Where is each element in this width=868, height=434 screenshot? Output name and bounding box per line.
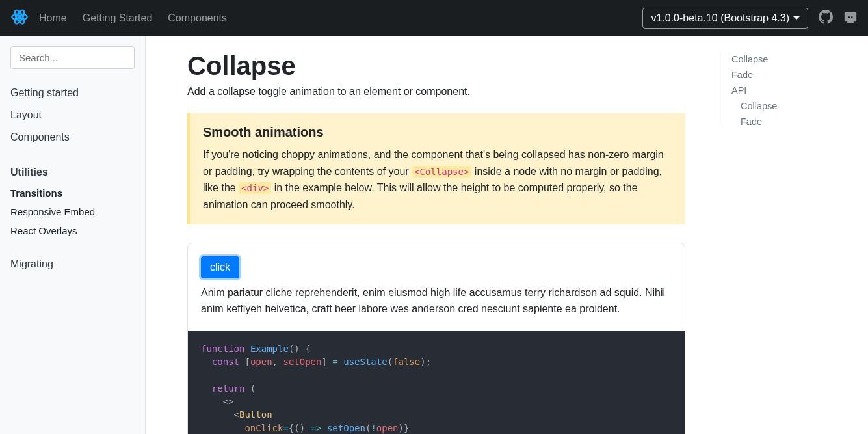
code-token: < — [234, 409, 239, 420]
code-div-tag: <div> — [239, 182, 271, 194]
code-token: = — [332, 357, 337, 367]
nav-getting-started[interactable]: Getting Started — [83, 12, 153, 24]
sidebar-components[interactable]: Components — [10, 126, 135, 148]
toc-collapse[interactable]: Collapse — [722, 51, 824, 67]
code-token: open — [376, 423, 399, 433]
toc-api-fade[interactable]: Fade — [722, 114, 824, 129]
toc-fade[interactable]: Fade — [722, 67, 824, 83]
logo-icon[interactable] — [10, 8, 29, 29]
toc-api[interactable]: API — [722, 83, 824, 98]
sidebar-responsive-embed[interactable]: Responsive Embed — [10, 202, 135, 221]
code-token: () — [294, 423, 310, 433]
sidebar: Getting started Layout Components Utilit… — [0, 36, 146, 434]
page-title: Collapse — [187, 51, 685, 81]
code-token: ( — [388, 357, 393, 367]
nav-home[interactable]: Home — [39, 12, 67, 24]
code-token: ] — [321, 357, 332, 367]
github-icon[interactable] — [819, 10, 833, 27]
callout-note: Smooth animations If you're noticing cho… — [187, 113, 685, 224]
code-collapse-tag: <Collapse> — [412, 166, 471, 178]
sidebar-react-overlays[interactable]: React Overlays — [10, 221, 135, 240]
chevron-down-icon — [793, 16, 800, 20]
code-token: setOpen — [283, 357, 321, 367]
code-token: ! — [371, 423, 376, 433]
code-token — [321, 423, 326, 433]
sidebar-migrating[interactable]: Migrating — [10, 253, 135, 275]
code-token: , — [272, 357, 283, 367]
toc: Collapse Fade API Collapse Fade — [711, 36, 835, 434]
example-card: click Anim pariatur cliche reprehenderit… — [187, 243, 685, 434]
sidebar-transitions[interactable]: Transitions — [10, 183, 135, 202]
search-input[interactable] — [10, 46, 135, 69]
code-token: setOpen — [327, 423, 365, 433]
code-token: Example — [250, 344, 289, 354]
code-token: ) — [399, 423, 404, 433]
code-token: } — [404, 423, 409, 433]
code-token: ); — [420, 357, 431, 367]
main-content: Collapse Add a collapse toggle animation… — [146, 36, 711, 434]
nav-components[interactable]: Components — [168, 12, 227, 24]
code-token: false — [393, 357, 420, 367]
version-label: v1.0.0-beta.10 (Bootstrap 4.3) — [651, 12, 789, 24]
note-title: Smooth animations — [203, 125, 672, 140]
code-block: function Example() { const [open, setOpe… — [188, 331, 685, 434]
code-token: onClick — [244, 423, 283, 433]
code-token: useState — [343, 357, 387, 367]
code-token: open — [250, 357, 272, 367]
example-collapse-text: Anim pariatur cliche reprehenderit, enim… — [201, 285, 672, 318]
code-token — [338, 357, 343, 367]
discord-icon[interactable] — [843, 10, 858, 27]
page-lead: Add a collapse toggle animation to an el… — [187, 86, 685, 98]
code-token: Button — [239, 409, 272, 420]
sidebar-layout[interactable]: Layout — [10, 104, 135, 126]
code-token: = — [283, 423, 288, 433]
svg-point-0 — [18, 15, 21, 18]
code-token: [ — [239, 357, 250, 367]
nav-links: Home Getting Started Components — [39, 12, 227, 24]
sidebar-section-utilities: Utilities — [10, 161, 135, 183]
code-token: const — [212, 357, 239, 367]
code-token: ( — [244, 383, 256, 394]
sidebar-getting-started[interactable]: Getting started — [10, 82, 135, 104]
version-dropdown[interactable]: v1.0.0-beta.10 (Bootstrap 4.3) — [642, 8, 808, 29]
example-toggle-button[interactable]: click — [201, 256, 239, 278]
note-body: If you're noticing choppy animations, an… — [203, 146, 672, 213]
code-token: () { — [289, 344, 311, 354]
code-token: => — [311, 423, 322, 433]
code-token: return — [212, 383, 245, 394]
code-token: function — [201, 344, 244, 354]
code-token: <> — [223, 396, 234, 407]
top-navbar: Home Getting Started Components v1.0.0-b… — [0, 0, 868, 36]
toc-api-collapse[interactable]: Collapse — [722, 98, 824, 114]
